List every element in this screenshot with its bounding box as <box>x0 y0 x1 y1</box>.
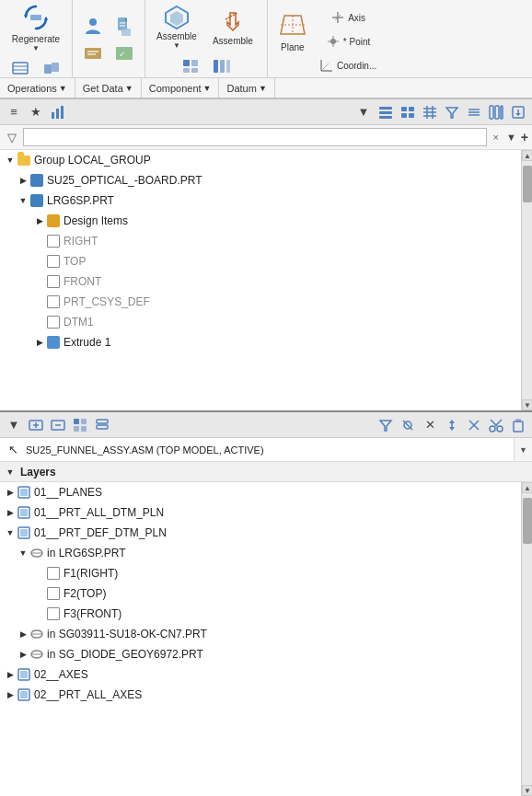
comp-grid-btn[interactable] <box>176 55 205 77</box>
plane-button[interactable] <box>273 6 312 42</box>
tree-list2-btn[interactable] <box>398 102 418 122</box>
layer-item-prt-def-dtm[interactable]: ▼ 01__PRT_DEF_DTM_PLN <box>0 523 521 543</box>
expander-axes[interactable]: ▶ <box>4 668 17 681</box>
expander-planes[interactable]: ▶ <box>4 486 17 499</box>
expander-prt-all-axes[interactable]: ▶ <box>4 688 17 701</box>
layers-move-btn[interactable] <box>442 415 462 435</box>
operations-label[interactable]: Operations ▼ <box>0 78 75 98</box>
tree-export-btn[interactable] <box>508 102 528 122</box>
expander-root[interactable]: ▼ <box>4 154 17 167</box>
layers-sb-down[interactable]: ▼ <box>522 785 532 796</box>
expander-prt-all-dtm[interactable]: ▶ <box>4 506 17 519</box>
tree-item-design[interactable]: ▶ Design Items <box>0 211 521 231</box>
get-data-btn-4[interactable]: ✓ <box>110 42 139 64</box>
regenerate-button[interactable]: Regenerate ▼ <box>6 0 65 56</box>
expander-su25[interactable]: ▶ <box>17 174 29 187</box>
tree-item-lrg6sp[interactable]: ▼ LRG6SP.PRT <box>0 190 521 211</box>
search-add-btn[interactable]: + <box>521 130 528 144</box>
tree-cols-btn[interactable] <box>486 102 506 122</box>
layer-item-f1[interactable]: F1(RIGHT) <box>0 563 521 583</box>
layers-remove-btn[interactable] <box>48 415 68 435</box>
sb-thumb[interactable] <box>523 166 532 202</box>
tree-item-right[interactable]: RIGHT <box>0 231 521 251</box>
tree-list1-btn[interactable] <box>376 102 396 122</box>
layers-list2-btn[interactable] <box>92 415 112 435</box>
tree-layers-btn[interactable] <box>464 102 484 122</box>
component-label[interactable]: Component ▼ <box>142 78 220 98</box>
sb-up-arrow[interactable]: ▲ <box>522 150 532 161</box>
person-icon <box>83 16 103 38</box>
coord-button[interactable]: Coordin... <box>316 55 380 75</box>
tree-scrollbar[interactable]: ▲ ▼ <box>521 150 532 410</box>
sb-track[interactable] <box>522 161 532 399</box>
layers-collapse-btn[interactable]: ▼ <box>4 466 17 479</box>
tree-btn-chart[interactable] <box>48 102 68 122</box>
get-data-btn-3[interactable] <box>78 42 108 64</box>
op-small-btn-2[interactable] <box>37 58 66 80</box>
layer-item-prt-all-dtm[interactable]: ▶ 01__PRT_ALL_DTM_PLN <box>0 502 521 523</box>
layers-cut-btn[interactable] <box>486 415 506 435</box>
expander-in-lrg6sp[interactable]: ▼ <box>17 547 29 560</box>
tree-btn-star[interactable]: ★ <box>26 102 46 122</box>
get-data-label[interactable]: Get Data ▼ <box>75 78 142 98</box>
search-clear-btn[interactable]: × <box>490 131 501 144</box>
tree-item-top[interactable]: TOP <box>0 251 521 271</box>
layer-item-f2[interactable]: F2(TOP) <box>0 583 521 604</box>
expander-sg03911[interactable]: ▶ <box>17 628 29 640</box>
layers-filter-btn[interactable] <box>376 415 396 435</box>
tree-expand-btn[interactable]: ▼ <box>353 102 374 122</box>
layers-hide-btn[interactable] <box>398 415 418 435</box>
expander-extrude1[interactable]: ▶ <box>33 336 46 349</box>
search-input[interactable] <box>23 128 487 146</box>
label-lrg6sp: LRG6SP.PRT <box>47 194 114 207</box>
comp-grid2-btn[interactable] <box>207 55 237 77</box>
layers-paste-btn[interactable] <box>508 415 528 435</box>
tree-menu-btn[interactable]: ≡ <box>4 102 24 122</box>
layer-item-axes[interactable]: ▶ 02__AXES <box>0 664 521 685</box>
search-dropdown-btn[interactable]: ▼ <box>504 131 518 144</box>
layers-sb-thumb[interactable] <box>523 498 532 544</box>
tree-filter-icon-btn[interactable] <box>442 102 462 122</box>
assemble-button[interactable]: Assemble ▼ <box>151 0 202 53</box>
svg-rect-51 <box>409 113 414 118</box>
assemble-dropdown[interactable]: ▼ <box>173 41 180 50</box>
layer-item-sg03911[interactable]: ▶ in SG03911-SU18-OK-CN7.PRT <box>0 624 521 644</box>
layer-item-sg-diode[interactable]: ▶ in SG_DIODE_GEOY6972.PRT <box>0 644 521 664</box>
layers-sb-track[interactable] <box>522 493 532 785</box>
datum-label[interactable]: Datum ▼ <box>219 78 274 98</box>
tree-item-prtcsys[interactable]: PRT_CSYS_DEF <box>0 292 521 312</box>
layers-list1-btn[interactable] <box>70 415 90 435</box>
svg-rect-97 <box>20 529 28 536</box>
axis-button[interactable]: Axis <box>316 7 380 28</box>
layers-sb-up[interactable]: ▲ <box>522 482 532 493</box>
point-button[interactable]: * Point <box>316 31 380 52</box>
tree-item-su25[interactable]: ▶ SU25_OPTICAL_-BOARD.PRT <box>0 170 521 190</box>
regenerate-dropdown[interactable]: ▼ <box>32 44 40 52</box>
expander-design[interactable]: ▶ <box>33 214 46 227</box>
expander-prt-def-dtm[interactable]: ▼ <box>4 526 17 539</box>
drag-components-button[interactable]: Assemble <box>204 5 261 50</box>
layers-cross-btn[interactable]: ✕ <box>420 415 440 435</box>
tree-item-dtm1[interactable]: DTM1 <box>0 312 521 332</box>
expander-sg-diode[interactable]: ▶ <box>17 648 29 661</box>
layers-add-btn[interactable] <box>26 415 46 435</box>
layer-item-f3[interactable]: F3(FRONT) <box>0 604 521 624</box>
tree-grid-btn[interactable] <box>420 102 440 122</box>
layers-menu-btn[interactable]: ▼ <box>4 415 24 435</box>
layer-item-planes[interactable]: ▶ 01__PLANES <box>0 482 521 502</box>
layer-item-in-lrg6sp[interactable]: ▼ in LRG6SP.PRT <box>0 543 521 563</box>
tree-item-root[interactable]: ▼ Group LOCAL_GROUP <box>0 150 521 170</box>
op-small-btn-1[interactable] <box>6 58 35 80</box>
get-data-btn-2[interactable] <box>110 13 139 40</box>
sb-down-arrow[interactable]: ▼ <box>522 399 532 410</box>
tree-item-front[interactable]: FRONT <box>0 271 521 292</box>
layers-scrollbar[interactable]: ▲ ▼ <box>521 482 532 796</box>
model-dropdown-btn[interactable]: ▼ <box>514 438 532 461</box>
list2-icon <box>400 105 415 120</box>
tree-item-extrude1[interactable]: ▶ Extrude 1 <box>0 332 521 352</box>
expander-lrg6sp[interactable]: ▼ <box>17 194 29 207</box>
layers-delete-btn[interactable] <box>464 415 484 435</box>
get-data-btn-1[interactable] <box>78 13 108 40</box>
label-f2: F2(TOP) <box>64 587 106 600</box>
layer-item-prt-all-axes[interactable]: ▶ 02__PRT_ALL_AXES <box>0 685 521 705</box>
